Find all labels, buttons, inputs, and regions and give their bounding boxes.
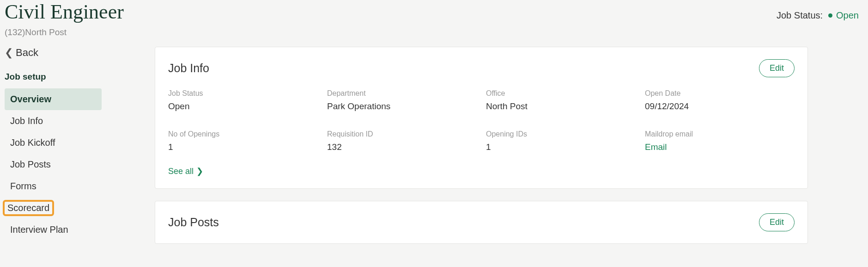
field-value: North Post xyxy=(486,101,636,112)
job-info-grid: Job Status Open Department Park Operatio… xyxy=(168,89,795,152)
field-label: Department xyxy=(327,89,477,98)
back-label: Back xyxy=(16,47,38,59)
field-value: Park Operations xyxy=(327,101,477,112)
sidebar-item-job-info[interactable]: Job Info xyxy=(5,110,102,132)
page-header: Civil Engineer (132)North Post Job Statu… xyxy=(5,0,863,47)
main-content: Job Info Edit Job Status Open Department… xyxy=(155,47,863,256)
field-label: Requisition ID xyxy=(327,130,477,138)
sidebar-item-job-kickoff[interactable]: Job Kickoff xyxy=(5,132,102,154)
field-label: Opening IDs xyxy=(486,130,636,138)
job-posts-title: Job Posts xyxy=(168,216,219,229)
field-office: Office North Post xyxy=(486,89,636,112)
field-value: Open xyxy=(168,101,318,112)
sidebar-item-label: Job Kickoff xyxy=(10,137,55,148)
job-info-title: Job Info xyxy=(168,62,209,75)
field-job-status: Job Status Open xyxy=(168,89,318,112)
chevron-right-icon: ❯ xyxy=(196,166,203,176)
sidebar-item-forms[interactable]: Forms xyxy=(5,175,102,197)
sidebar-item-label: Job Info xyxy=(10,116,43,126)
sidebar-item-label: Overview xyxy=(10,94,51,104)
status-dot-icon xyxy=(828,13,832,18)
field-opening-ids: Opening IDs 1 xyxy=(486,130,636,152)
sidebar: ❮ Back Job setup Overview Job Info Job K… xyxy=(5,47,155,256)
field-department: Department Park Operations xyxy=(327,89,477,112)
sidebar-item-label: Forms xyxy=(10,181,36,191)
back-link[interactable]: ❮ Back xyxy=(5,47,150,59)
sidebar-item-label: Job Posts xyxy=(10,159,51,169)
sidebar-item-job-posts[interactable]: Job Posts xyxy=(5,154,102,175)
edit-job-info-button[interactable]: Edit xyxy=(759,59,795,77)
field-label: Job Status xyxy=(168,89,318,98)
field-value: 132 xyxy=(327,142,477,152)
field-value: 1 xyxy=(486,142,636,152)
field-label: Office xyxy=(486,89,636,98)
see-all-label: See all xyxy=(168,167,194,176)
see-all-link[interactable]: See all ❯ xyxy=(168,166,203,176)
field-no-of-openings: No of Openings 1 xyxy=(168,130,318,152)
job-status-header: Job Status: Open xyxy=(777,0,863,21)
field-label: Maildrop email xyxy=(645,130,795,138)
sidebar-item-label: Scorecard xyxy=(7,203,49,213)
job-subtitle: (132)North Post xyxy=(5,27,124,37)
field-label: No of Openings xyxy=(168,130,318,138)
sidebar-item-interview-plan[interactable]: Interview Plan xyxy=(5,219,102,241)
field-value: 1 xyxy=(168,142,318,152)
job-status-value: Open xyxy=(836,10,859,21)
job-status-label: Job Status: xyxy=(777,10,823,21)
job-title: Civil Engineer xyxy=(5,0,124,24)
field-value: 09/12/2024 xyxy=(645,101,795,112)
field-requisition-id: Requisition ID 132 xyxy=(327,130,477,152)
edit-job-posts-button[interactable]: Edit xyxy=(759,213,795,231)
sidebar-item-label: Interview Plan xyxy=(10,224,68,235)
sidebar-item-scorecard[interactable]: Scorecard xyxy=(5,202,52,214)
job-info-card: Job Info Edit Job Status Open Department… xyxy=(155,47,808,189)
sidebar-item-overview[interactable]: Overview xyxy=(5,88,102,110)
field-maildrop-email: Maildrop email Email xyxy=(645,130,795,152)
sidebar-nav: Overview Job Info Job Kickoff Job Posts … xyxy=(5,88,102,241)
chevron-left-icon: ❮ xyxy=(5,47,13,59)
maildrop-email-link[interactable]: Email xyxy=(645,142,795,152)
sidebar-section-label: Job setup xyxy=(5,72,150,82)
field-open-date: Open Date 09/12/2024 xyxy=(645,89,795,112)
job-posts-card: Job Posts Edit xyxy=(155,201,808,244)
field-label: Open Date xyxy=(645,89,795,98)
